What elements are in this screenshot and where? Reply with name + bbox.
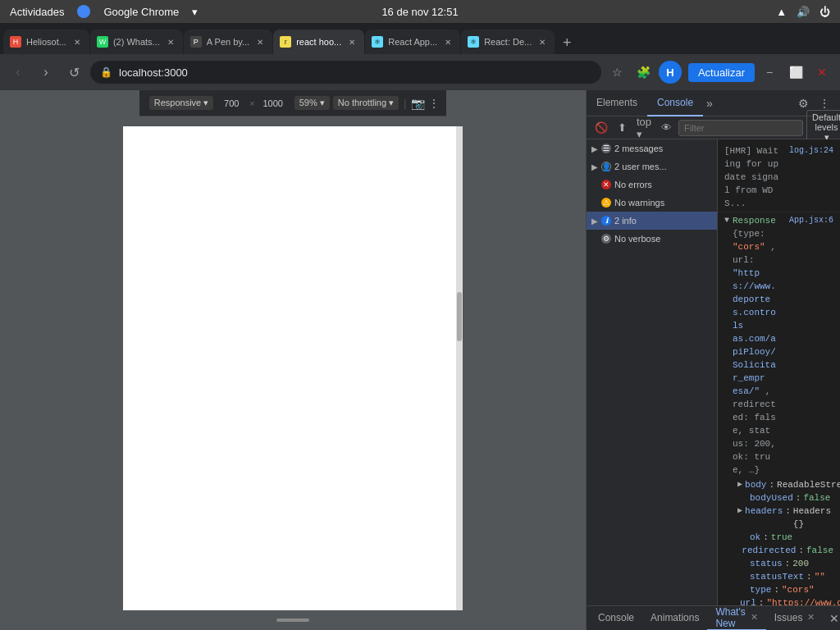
responsive-dropdown[interactable]: Responsive ▾ [149, 96, 214, 110]
tree-row-ok: ok: true [737, 531, 833, 544]
wifi-icon: ▲ [776, 6, 787, 18]
volume-icon: 🔊 [797, 6, 810, 18]
response-expand-icon[interactable]: ▼ [724, 214, 729, 227]
minimize-button[interactable]: − [758, 61, 781, 84]
main-area: Responsive ▾ × 59% ▾ No throttling ▾ | 📷… [0, 90, 840, 630]
tab-close-6[interactable]: ✕ [536, 36, 548, 48]
browser-tab-4[interactable]: r react hoo... ✕ [273, 30, 364, 54]
tab-favicon-5: ⚛ [372, 36, 383, 48]
bookmark-button[interactable]: ☆ [606, 61, 629, 84]
reload-page-button[interactable]: Actualizar [688, 63, 755, 82]
tab-close-3[interactable]: ✕ [254, 36, 266, 48]
page-frame [123, 126, 463, 610]
tree-row-body: ▶ body: ReadableStream [737, 478, 833, 491]
new-tab-button[interactable]: + [555, 31, 578, 54]
console-log: [HMR] Waiting for update signal from WDS… [718, 139, 840, 605]
page-scrollbar[interactable] [456, 126, 463, 610]
tab-close-4[interactable]: ✕ [346, 36, 358, 48]
console-top-dropdown[interactable]: top ▾ [633, 114, 655, 142]
viewport-bottom [0, 610, 586, 630]
cs-arrow-messages: ▶ [591, 144, 598, 153]
tab-favicon-3: P [190, 36, 202, 48]
close-window-button[interactable]: ✕ [810, 61, 833, 84]
tab-close-1[interactable]: ✕ [71, 36, 83, 48]
browser-tab-2[interactable]: W (2) Whats... ✕ [90, 30, 183, 54]
tree-row-redirected: redirected: false [737, 544, 833, 557]
browser-tab-6[interactable]: ⚛ React: De... ✕ [461, 30, 555, 54]
devtools-bottom-tabs: Console Animations What's New ✕ Issues ✕… [587, 605, 840, 630]
address-bar[interactable]: 🔒 localhost:3000 [90, 61, 601, 84]
back-button[interactable]: ‹ [7, 61, 30, 84]
bt-whats-new-close[interactable]: ✕ [751, 612, 758, 623]
extensions-button[interactable]: 🧩 [632, 61, 655, 84]
tree-expand-headers[interactable]: ▶ [737, 504, 742, 518]
browser-chevron[interactable]: ▾ [192, 6, 198, 18]
scroll-drag-handle[interactable] [276, 619, 309, 622]
cs-messages[interactable]: ▶ ☰ 2 messages [587, 139, 717, 158]
cs-arrow-info: ▶ [591, 217, 598, 226]
throttle-dropdown[interactable]: No throttling ▾ [333, 96, 399, 110]
browser-tab-3[interactable]: P A Pen by... ✕ [184, 30, 272, 54]
tab-favicon-1: H [10, 36, 21, 48]
devtools-close-button[interactable]: ✕ [823, 609, 840, 628]
profile-button[interactable]: H [659, 61, 682, 84]
console-eye-icon[interactable]: 👁 [658, 120, 675, 135]
screenshot-icon[interactable]: 📷 [411, 97, 425, 110]
os-top-bar: Actividades Google Chrome ▾ 16 de nov 12… [0, 0, 840, 23]
cs-label-verbose: No verbose [614, 234, 712, 244]
ce-response-file[interactable]: App.jsx:6 [784, 214, 833, 227]
cs-label-user: 2 user mes... [614, 162, 712, 171]
cs-user-messages[interactable]: ▶ 👤 2 user mes... [587, 158, 717, 176]
devtools-more-icon[interactable]: ⋮ [428, 97, 440, 110]
cs-errors[interactable]: ▶ ✕ No errors [587, 176, 717, 194]
devtools-more-tabs[interactable]: » [703, 97, 716, 110]
page-scrollbar-thumb[interactable] [457, 292, 462, 341]
bt-issues-close[interactable]: ✕ [807, 612, 815, 623]
tab-label-6: React: De... [484, 37, 532, 47]
console-filter-icon[interactable]: ⬆ [614, 120, 630, 135]
bt-tab-console[interactable]: Console [590, 606, 642, 631]
browser-tab-5[interactable]: ⚛ React App... ✕ [365, 30, 460, 54]
tab-elements-label: Elements [596, 97, 637, 108]
cs-verbose[interactable]: ▶ ⚙ No verbose [587, 230, 717, 248]
tab-label-5: React App... [388, 37, 437, 47]
tab-bar: H Heliosot... ✕ W (2) Whats... ✕ P A Pen… [0, 23, 840, 54]
devtools-responsive-bar: Responsive ▾ × 59% ▾ No throttling ▾ | 📷… [139, 90, 447, 116]
tab-label-1: Heliosot... [26, 37, 66, 47]
browser-tab-1[interactable]: H Heliosot... ✕ [3, 30, 89, 54]
bt-tab-whats-new[interactable]: What's New ✕ [707, 606, 765, 631]
console-clear-button[interactable]: 🚫 [591, 120, 611, 135]
maximize-button[interactable]: ⬜ [784, 61, 807, 84]
bt-animations-label: Animations [651, 612, 699, 623]
zoom-dropdown[interactable]: 59% ▾ [294, 96, 330, 110]
devtools-tab-bar: Elements Console » ⚙ ⋮ [587, 90, 840, 116]
address-text: localhost:3000 [119, 66, 188, 79]
tab-elements[interactable]: Elements [587, 90, 647, 116]
cs-info[interactable]: ▶ ℹ 2 info [587, 212, 717, 230]
reload-button[interactable]: ↺ [62, 61, 85, 84]
power-icon[interactable]: ⏻ [819, 6, 830, 18]
ce-hmr-file[interactable]: log.js:24 [784, 144, 833, 158]
viewport-height-input[interactable] [258, 98, 288, 108]
forward-button[interactable]: › [34, 61, 57, 84]
tab-label-4: react hoo... [296, 37, 341, 47]
console-filter-input[interactable] [678, 120, 803, 136]
cs-warnings[interactable]: ▶ ⚠ No warnings [587, 194, 717, 212]
tab-console[interactable]: Console [647, 90, 703, 116]
tab-console-label: Console [657, 97, 693, 108]
cs-icon-user: 👤 [601, 162, 611, 171]
ce-hmr-text: [HMR] Waiting for update signal from WDS… [724, 144, 781, 210]
tab-close-2[interactable]: ✕ [165, 36, 176, 48]
os-bar-right: ▲ 🔊 ⏻ [776, 6, 830, 18]
cs-label-messages: 2 messages [614, 144, 712, 153]
dimension-separator: × [249, 98, 254, 108]
activities-label[interactable]: Actividades [10, 6, 64, 18]
tree-row-statustext: statusText: "" [737, 570, 833, 583]
bt-tab-animations[interactable]: Animations [642, 606, 707, 631]
tree-expand-body[interactable]: ▶ [737, 478, 742, 491]
bt-tab-issues[interactable]: Issues ✕ [766, 606, 824, 631]
tab-close-5[interactable]: ✕ [442, 36, 454, 48]
console-sidebar: ▶ ☰ 2 messages ▶ 👤 2 user mes... ▶ ✕ No … [587, 139, 718, 605]
tab-label-2: (2) Whats... [113, 37, 160, 47]
viewport-width-input[interactable] [217, 98, 246, 108]
